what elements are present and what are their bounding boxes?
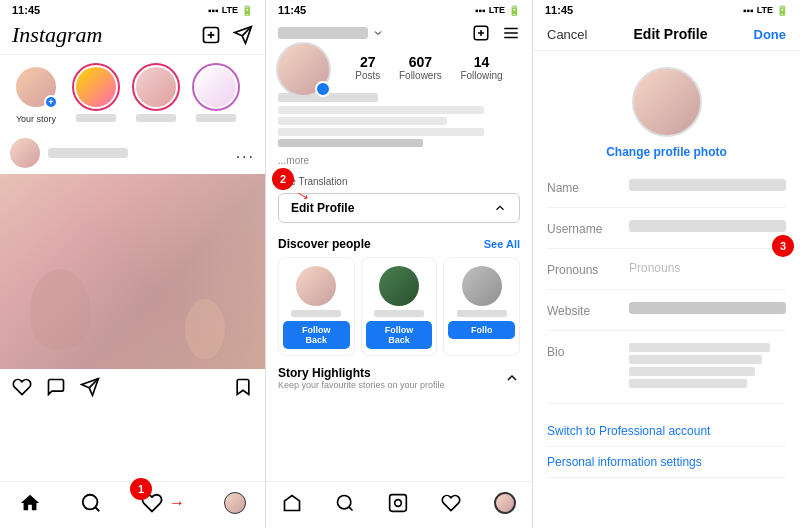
story-item-3[interactable] [190, 63, 242, 124]
following-label: Following [460, 70, 502, 81]
discover-card-2: Follow Back [361, 257, 438, 356]
website-value[interactable] [629, 302, 786, 314]
posts-count: 27 [360, 54, 376, 70]
profile-bio: ...more [266, 89, 532, 174]
profile-nav-icon[interactable] [224, 492, 246, 514]
cancel-button[interactable]: Cancel [547, 27, 587, 42]
story-item-your[interactable]: Your story [10, 63, 62, 124]
profile-verified-dot [315, 81, 331, 97]
more-options-icon[interactable]: ... [236, 144, 255, 162]
story-highlights-subtitle: Keep your favourite stories on your prof… [278, 380, 445, 390]
feed-post-image [0, 174, 265, 369]
posts-label: Posts [355, 70, 380, 81]
search-icon[interactable] [80, 492, 102, 514]
follow-back-button-1[interactable]: Follow Back [283, 321, 350, 349]
profile-tab-icon[interactable] [494, 492, 516, 514]
arrow-to-profile: → [169, 494, 185, 512]
ig-header-icons [201, 25, 253, 45]
heart-nav-icon-2[interactable] [441, 493, 461, 513]
edit-avatar-section: Change profile photo [533, 51, 800, 167]
svg-point-12 [395, 500, 402, 507]
edit-profile-title: Edit Profile [634, 26, 708, 42]
home-nav-icon[interactable] [282, 493, 302, 513]
feed-actions [0, 369, 265, 401]
username-label: Username [547, 220, 617, 236]
chevron-up-icon [493, 201, 507, 215]
search-nav-icon[interactable] [335, 493, 355, 513]
story-label-2 [136, 114, 176, 122]
edit-profile-button[interactable]: Edit Profile [278, 193, 520, 223]
edit-fields: Name Username Pronouns Pronouns 3 Websit… [533, 167, 800, 404]
time-3: 11:45 [545, 4, 573, 16]
bio-line-2 [278, 117, 447, 125]
discover-cards: Follow Back Follow Back Follo [278, 257, 520, 356]
name-value[interactable] [629, 179, 786, 191]
follow-back-button-3[interactable]: Follo [448, 321, 515, 339]
home-icon[interactable] [19, 492, 41, 514]
done-button[interactable]: Done [754, 27, 787, 42]
website-label: Website [547, 302, 617, 318]
story-label-your: Your story [16, 114, 56, 124]
pronouns-input[interactable]: Pronouns [629, 261, 680, 275]
follow-back-button-2[interactable]: Follow Back [366, 321, 433, 349]
bio-field: Bio [547, 331, 786, 404]
bio-label: Bio [547, 343, 617, 359]
stories-row: Your story [0, 55, 265, 132]
posts-stat: 27 Posts [355, 54, 380, 81]
status-bar-1: 11:45 ▪▪▪ LTE 🔋 [0, 0, 265, 18]
change-photo-button[interactable]: Change profile photo [606, 145, 727, 159]
add-profile-icon[interactable] [472, 24, 490, 42]
add-icon[interactable] [201, 25, 221, 45]
reels-nav-icon[interactable] [388, 493, 408, 513]
personal-info-link[interactable]: Personal information settings [547, 447, 786, 478]
send-icon[interactable] [233, 25, 253, 45]
bio-line-1 [278, 106, 484, 114]
following-stat: 14 Following [460, 54, 502, 81]
bio-link [278, 139, 423, 147]
discover-name-2 [374, 310, 424, 317]
discover-name-1 [291, 310, 341, 317]
followers-stat: 607 Followers [399, 54, 442, 81]
see-more-text[interactable]: ...more [278, 155, 309, 166]
bookmark-icon[interactable] [233, 377, 253, 397]
panel-feed: 11:45 ▪▪▪ LTE 🔋 Instagram Your story [0, 0, 266, 528]
discover-card-3: Follo [443, 257, 520, 356]
story-avatar-your [12, 63, 60, 111]
followers-count: 607 [409, 54, 432, 70]
edit-profile-avatar[interactable] [632, 67, 702, 137]
story-label-1 [76, 114, 116, 122]
pronouns-field: Pronouns Pronouns 3 [547, 249, 786, 290]
story-item-2[interactable] [130, 63, 182, 124]
hamburger-icon[interactable] [502, 24, 520, 42]
time-2: 11:45 [278, 4, 306, 16]
profile-username [278, 27, 368, 39]
story-label-3 [196, 114, 236, 122]
see-all-button[interactable]: See All [484, 238, 520, 250]
profile-username-area [278, 27, 384, 39]
discover-people-section: Discover people See All Follow Back Foll… [266, 231, 532, 360]
step-3-badge: 3 [772, 235, 794, 257]
following-count: 14 [474, 54, 490, 70]
step-2-badge: 2 [272, 168, 294, 190]
name-label: Name [547, 179, 617, 195]
highlights-collapse-icon[interactable] [504, 370, 520, 386]
add-story-dot [44, 95, 58, 109]
status-icons-1: ▪▪▪ LTE 🔋 [208, 5, 253, 16]
share-icon[interactable] [80, 377, 100, 397]
feed-post-user: ... [0, 132, 265, 174]
story-item-1[interactable] [70, 63, 122, 124]
website-field: Website [547, 290, 786, 331]
post-avatar [10, 138, 40, 168]
story-highlights-title: Story Highlights [278, 366, 445, 380]
panel-edit-profile: 11:45 ▪▪▪ LTE 🔋 Cancel Edit Profile Done… [533, 0, 800, 528]
discover-avatar-3 [462, 266, 502, 306]
switch-professional-link[interactable]: Switch to Professional account [547, 416, 786, 447]
status-bar-2: 11:45 ▪▪▪ LTE 🔋 [266, 0, 532, 18]
comment-icon[interactable] [46, 377, 66, 397]
svg-rect-11 [390, 495, 407, 512]
username-value[interactable] [629, 220, 786, 232]
like-icon[interactable] [12, 377, 32, 397]
discover-name-3 [457, 310, 507, 317]
story-highlights-section: Story Highlights Keep your favourite sto… [266, 360, 532, 396]
bio-value[interactable] [629, 343, 786, 391]
